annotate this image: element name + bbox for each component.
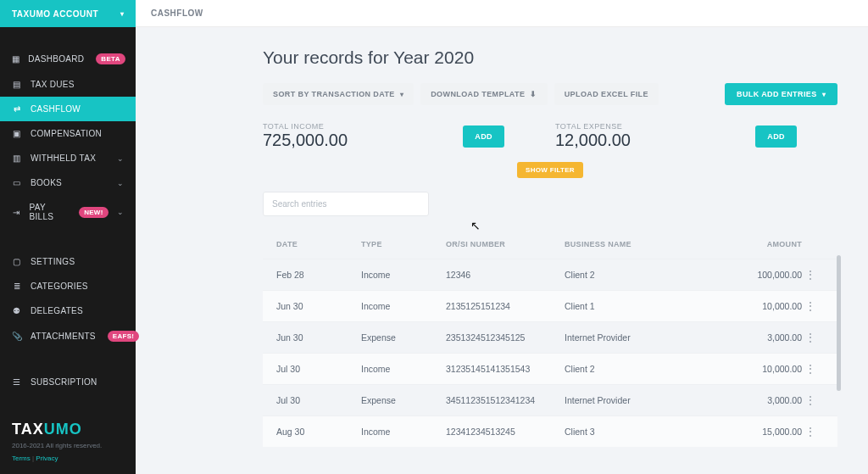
sidebar-item-taxdues[interactable]: ▤ TAX DUES bbox=[0, 72, 136, 97]
sidebar-item-label: SETTINGS bbox=[31, 257, 75, 266]
sidebar-item-withheld[interactable]: ▥ WITHHELD TAX ⌄ bbox=[0, 146, 136, 170]
sidebar-item-delegates[interactable]: ⚉ DELEGATES bbox=[0, 298, 136, 323]
total-income-block: TOTAL INCOME 725,000.00 ADD bbox=[263, 122, 504, 150]
sidebar-item-label: CASHFLOW bbox=[31, 104, 81, 114]
cell-biz: Client 3 bbox=[565, 427, 717, 437]
cell-amount: 100,000.00 bbox=[717, 270, 802, 280]
th-amount: AMOUNT bbox=[717, 240, 802, 248]
cell-date: Jun 30 bbox=[276, 301, 361, 311]
sidebar-item-label: TAX DUES bbox=[31, 80, 75, 89]
sidebar-item-label: SUBSCRIPTION bbox=[31, 377, 97, 387]
th-biz: BUSINESS NAME bbox=[565, 240, 717, 248]
sidebar-item-compensation[interactable]: ▣ COMPENSATION bbox=[0, 121, 136, 146]
sidebar-item-paybills[interactable]: ⇥ PAY BILLS NEW! ⌄ bbox=[0, 195, 136, 229]
th-type: TYPE bbox=[361, 240, 446, 248]
cell-or: 345112351512341234 bbox=[446, 395, 565, 405]
sidebar-item-label: DELEGATES bbox=[31, 306, 83, 315]
table-row[interactable]: Jul 30 Income 31235145141351543 Client 2… bbox=[263, 353, 837, 384]
cell-or: 2351324512345125 bbox=[446, 332, 565, 343]
table-row[interactable]: Jul 30 Expense 345112351512341234 Intern… bbox=[263, 384, 837, 415]
download-icon: ⬇ bbox=[530, 90, 537, 98]
add-income-button[interactable]: ADD bbox=[463, 125, 504, 148]
add-expense-button[interactable]: ADD bbox=[755, 125, 797, 148]
sidebar-item-dashboard[interactable]: ▦ DASHBOARD BETA bbox=[0, 46, 136, 72]
brand-logo: TAXUMO bbox=[12, 421, 124, 438]
kebab-icon[interactable]: ⋮ bbox=[802, 397, 819, 404]
cell-amount: 3,000.00 bbox=[717, 395, 802, 405]
kebab-icon[interactable]: ⋮ bbox=[802, 365, 819, 372]
total-expense-label: TOTAL EXPENSE bbox=[555, 122, 631, 131]
bill-icon: ⇥ bbox=[12, 208, 21, 217]
download-label: DOWNLOAD TEMPLATE bbox=[431, 90, 525, 98]
cashflow-icon: ⇄ bbox=[12, 104, 22, 114]
table-row[interactable]: Jun 30 Expense 2351324512345125 Internet… bbox=[263, 321, 837, 353]
records-table: DATE TYPE OR/SI NUMBER BUSINESS NAME AMO… bbox=[263, 230, 837, 447]
people-icon: ⚉ bbox=[12, 306, 22, 315]
cell-type: Income bbox=[361, 364, 446, 374]
sidebar: TAXUMO ACCOUNT ▾ ▦ DASHBOARD BETA ▤ TAX … bbox=[0, 0, 136, 474]
show-filter-button[interactable]: SHOW FILTER bbox=[517, 162, 583, 178]
badge-new: NEW! bbox=[79, 207, 108, 218]
totals-row: TOTAL INCOME 725,000.00 ADD TOTAL EXPENS… bbox=[263, 122, 837, 150]
chevron-down-icon: ▾ bbox=[120, 10, 125, 18]
sidebar-item-label: ATTACHMENTS bbox=[31, 332, 96, 341]
kebab-icon[interactable]: ⋮ bbox=[802, 428, 819, 435]
sidebar-item-label: CATEGORIES bbox=[31, 282, 88, 291]
table-row[interactable]: Feb 28 Income 12346 Client 2 100,000.00 … bbox=[263, 259, 837, 290]
cell-biz: Internet Provider bbox=[565, 332, 717, 343]
link-terms[interactable]: Terms bbox=[12, 454, 31, 462]
search-input[interactable] bbox=[263, 192, 429, 216]
sidebar-item-categories[interactable]: ≣ CATEGORIES bbox=[0, 274, 136, 298]
download-template-button[interactable]: DOWNLOAD TEMPLATE ⬇ bbox=[420, 83, 548, 105]
action-row: SORT BY TRANSACTION DATE ▾ DOWNLOAD TEMP… bbox=[263, 83, 837, 105]
sort-button[interactable]: SORT BY TRANSACTION DATE ▾ bbox=[263, 83, 414, 105]
table-row[interactable]: Aug 30 Income 12341234513245 Client 3 15… bbox=[263, 415, 837, 447]
nav-primary: ▦ DASHBOARD BETA ▤ TAX DUES ⇄ CASHFLOW ▣… bbox=[0, 27, 136, 409]
cell-type: Income bbox=[361, 427, 446, 437]
total-expense-value: 12,000.00 bbox=[555, 131, 631, 150]
upload-excel-button[interactable]: UPLOAD EXCEL FILE bbox=[554, 83, 659, 105]
cell-biz: Client 1 bbox=[565, 301, 717, 311]
total-income-value: 725,000.00 bbox=[263, 131, 348, 150]
upload-label: UPLOAD EXCEL FILE bbox=[565, 90, 648, 98]
chevron-down-icon: ⌄ bbox=[117, 154, 124, 163]
badge-beta: BETA bbox=[96, 53, 125, 64]
total-income-label: TOTAL INCOME bbox=[263, 122, 348, 131]
cell-amount: 10,000.00 bbox=[717, 301, 802, 311]
sidebar-item-subscription[interactable]: ☰ SUBSCRIPTION bbox=[0, 370, 136, 394]
cell-or: 12341234513245 bbox=[446, 427, 565, 437]
cell-amount: 10,000.00 bbox=[717, 364, 802, 374]
sidebar-item-books[interactable]: ▭ BOOKS ⌄ bbox=[0, 170, 136, 195]
cell-type: Income bbox=[361, 301, 446, 311]
sidebar-item-attachments[interactable]: 📎 ATTACHMENTS EAFS! bbox=[0, 323, 136, 349]
badge-eafs: EAFS! bbox=[108, 331, 140, 342]
sidebar-item-cashflow[interactable]: ⇄ CASHFLOW bbox=[0, 97, 136, 121]
chevron-down-icon: ▾ bbox=[822, 91, 826, 98]
kebab-icon[interactable]: ⋮ bbox=[802, 334, 819, 341]
account-label: TAXUMO ACCOUNT bbox=[12, 9, 98, 19]
cell-or: 12346 bbox=[446, 270, 565, 280]
cell-type: Expense bbox=[361, 395, 446, 405]
account-dropdown[interactable]: TAXUMO ACCOUNT ▾ bbox=[0, 0, 136, 27]
brand-tax: TAX bbox=[12, 421, 44, 438]
sidebar-item-label: DASHBOARD bbox=[28, 54, 84, 64]
page-title: Your records for Year 2020 bbox=[263, 47, 837, 68]
table-row[interactable]: Jun 30 Income 2135125151234 Client 1 10,… bbox=[263, 290, 837, 321]
sidebar-item-settings[interactable]: ▢ SETTINGS bbox=[0, 249, 136, 274]
card-icon: ☰ bbox=[12, 377, 22, 387]
cell-or: 2135125151234 bbox=[446, 301, 565, 311]
kebab-icon[interactable]: ⋮ bbox=[802, 271, 819, 278]
scrollbar[interactable] bbox=[837, 255, 841, 391]
brand-block: TAXUMO 2016-2021 All rights reserved. Te… bbox=[0, 409, 136, 474]
cell-amount: 3,000.00 bbox=[717, 332, 802, 343]
sidebar-item-label: PAY BILLS bbox=[30, 203, 68, 221]
kebab-icon[interactable]: ⋮ bbox=[802, 303, 819, 309]
link-privacy[interactable]: Privacy bbox=[36, 454, 58, 462]
cell-date: Jun 30 bbox=[276, 332, 361, 343]
file-icon: ▤ bbox=[12, 80, 22, 89]
bulk-add-button[interactable]: BULK ADD ENTRIES ▾ bbox=[725, 83, 837, 105]
cell-amount: 15,000.00 bbox=[717, 427, 802, 437]
wallet-icon: ▣ bbox=[12, 129, 22, 138]
cell-date: Jul 30 bbox=[276, 395, 361, 405]
list-icon: ≣ bbox=[12, 282, 22, 291]
